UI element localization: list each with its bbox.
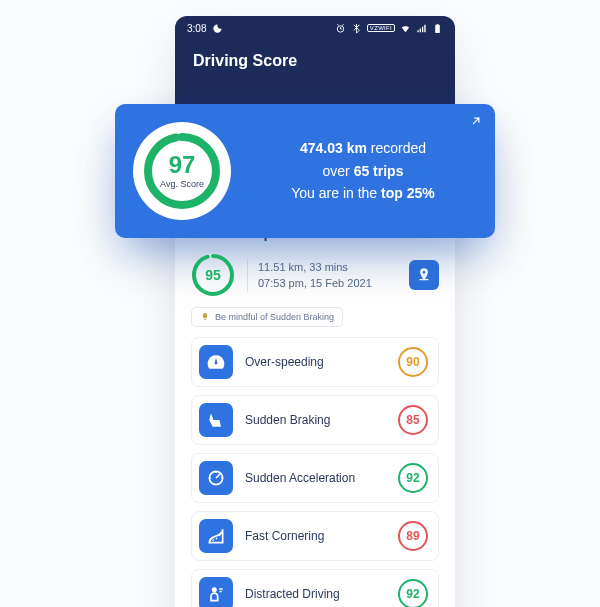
- map-pin-icon: [416, 267, 432, 283]
- svg-point-9: [220, 363, 222, 365]
- metric-accel[interactable]: Sudden Acceleration 92: [191, 453, 439, 503]
- metric-label: Fast Cornering: [245, 529, 386, 543]
- status-time: 3:08: [187, 23, 206, 34]
- seat-icon: [206, 410, 226, 430]
- trip-timestamp: 07:53 pm, 15 Feb 2021: [258, 275, 397, 292]
- view-map-button[interactable]: [409, 260, 439, 290]
- battery-icon: [432, 23, 443, 34]
- metric-score-badge: 92: [398, 579, 428, 607]
- metric-score-badge: 89: [398, 521, 428, 551]
- svg-point-8: [210, 363, 212, 365]
- svg-point-13: [212, 587, 217, 592]
- svg-point-10: [212, 359, 214, 361]
- road-curve-icon: [206, 526, 226, 546]
- gauge-icon: [206, 352, 226, 372]
- distracted-icon: [206, 584, 226, 604]
- metric-score-badge: 85: [398, 405, 428, 435]
- svg-rect-1: [435, 24, 440, 32]
- speed-icon: [206, 468, 226, 488]
- trip-distance-duration: 11.51 km, 33 mins: [258, 259, 397, 276]
- summary-card[interactable]: 97 Avg. Score 474.03 km recorded over 65…: [115, 104, 495, 238]
- driving-tip: Be mindful of Sudden Braking: [191, 307, 343, 327]
- metric-overspeed[interactable]: Over-speeding 90: [191, 337, 439, 387]
- metric-distracted[interactable]: Distracted Driving 92: [191, 569, 439, 607]
- moon-icon: [212, 23, 223, 34]
- wifi-icon: [400, 23, 411, 34]
- avg-score-label: Avg. Score: [160, 179, 204, 189]
- phone-frame: 3:08 VZWIFI Driving Score 97 Avg. Score: [175, 16, 455, 607]
- avg-score-value: 97: [169, 153, 196, 177]
- metric-label: Sudden Braking: [245, 413, 386, 427]
- metric-label: Over-speeding: [245, 355, 386, 369]
- vzwifi-badge: VZWIFI: [367, 24, 395, 32]
- summary-text: 474.03 km recorded over 65 trips You are…: [253, 137, 473, 204]
- trip-summary: 95 11.51 km, 33 mins 07:53 pm, 15 Feb 20…: [191, 253, 439, 297]
- signal-icon: [416, 23, 427, 34]
- lightbulb-icon: [200, 312, 210, 322]
- avg-score-ring: 97 Avg. Score: [133, 122, 231, 220]
- tip-text: Be mindful of Sudden Braking: [215, 312, 334, 322]
- svg-rect-7: [419, 279, 428, 280]
- metric-score-badge: 92: [398, 463, 428, 493]
- alarm-icon: [335, 23, 346, 34]
- metric-corner[interactable]: Fast Cornering 89: [191, 511, 439, 561]
- svg-point-11: [219, 359, 221, 361]
- expand-icon[interactable]: [469, 114, 483, 128]
- status-bar: 3:08 VZWIFI: [175, 16, 455, 40]
- trip-score-ring: 95: [191, 253, 235, 297]
- metric-score-badge: 90: [398, 347, 428, 377]
- svg-rect-2: [437, 23, 439, 24]
- trip-score-value: 95: [191, 253, 235, 297]
- metric-label: Distracted Driving: [245, 587, 386, 601]
- metric-label: Sudden Acceleration: [245, 471, 386, 485]
- metric-braking[interactable]: Sudden Braking 85: [191, 395, 439, 445]
- bluetooth-icon: [351, 23, 362, 34]
